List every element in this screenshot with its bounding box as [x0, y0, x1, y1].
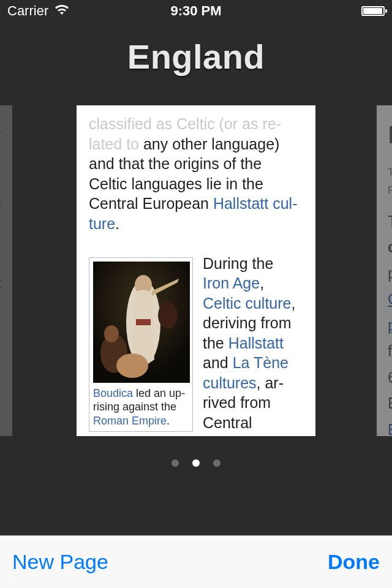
link-celtic-culture[interactable]: Celtic cul­ture	[203, 295, 292, 312]
dim-overlay	[0, 105, 12, 436]
link-iron-age[interactable]: Iron Age	[203, 274, 260, 292]
article-text: During the	[203, 255, 273, 272]
carrier-label: Carrier	[7, 3, 48, 19]
bottom-toolbar: New Page Done	[0, 535, 392, 588]
link-roman-empire[interactable]: Roman Empire	[93, 415, 167, 427]
link-hallstatt[interactable]: Hall­statt	[228, 334, 284, 352]
clock: 9:30 PM	[170, 3, 221, 19]
figure-image[interactable]	[93, 262, 190, 383]
dim-overlay	[377, 105, 392, 436]
page-dot-1[interactable]	[192, 459, 200, 467]
link-boudica[interactable]: Boudica	[93, 387, 133, 399]
svg-point-6	[158, 302, 178, 329]
page-title: England	[0, 37, 392, 77]
new-page-button[interactable]: New Page	[12, 550, 108, 574]
page-indicator[interactable]	[172, 459, 221, 467]
article-text: .	[115, 215, 119, 232]
page-dot-0[interactable]	[172, 459, 179, 467]
card-current[interactable]: classified as Celtic (or as related to a…	[77, 105, 315, 436]
done-button[interactable]: Done	[328, 550, 380, 574]
svg-point-5	[104, 325, 119, 342]
figure-caption: Boudica led an uprising against the Roma…	[93, 386, 189, 428]
page-dot-2[interactable]	[213, 459, 221, 467]
wifi-icon	[55, 3, 69, 19]
card-carousel[interactable]: k , d - ht ar- - el- eo- ork classified …	[0, 105, 392, 466]
svg-point-7	[116, 353, 148, 378]
battery-icon	[361, 6, 385, 16]
card-previous[interactable]: k , d - ht ar- - el- eo- ork	[0, 105, 12, 436]
status-bar: Carrier 9:30 PM	[0, 0, 392, 22]
figure-boudica: Boudica led an uprising against the Roma…	[89, 257, 193, 432]
card-next[interactable]: H This For Th cu pre Ce pe fro 6th BC Ea	[377, 105, 392, 436]
